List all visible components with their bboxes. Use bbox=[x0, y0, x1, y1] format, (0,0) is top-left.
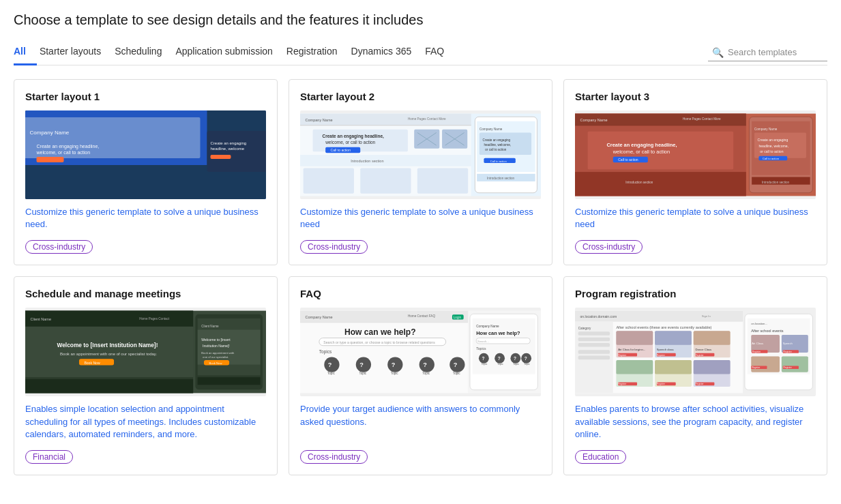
svg-text:Register: Register bbox=[618, 383, 627, 386]
search-box[interactable]: 🔍 bbox=[708, 44, 827, 61]
search-input[interactable] bbox=[728, 47, 823, 57]
svg-text:?: ? bbox=[498, 356, 501, 361]
card-tag: Cross-industry bbox=[300, 240, 368, 254]
svg-text:Book Now: Book Now bbox=[209, 361, 222, 365]
svg-text:Welcome to [Insert: Welcome to [Insert bbox=[201, 338, 231, 342]
tab-starter[interactable]: Starter layouts bbox=[37, 40, 112, 65]
svg-rect-41 bbox=[360, 168, 411, 194]
svg-text:Sign In: Sign In bbox=[702, 314, 711, 318]
svg-rect-99 bbox=[198, 378, 261, 385]
tab-dynamics[interactable]: Dynamics 365 bbox=[349, 40, 423, 65]
card-thumbnail: Company Name Home Contact FAQ Login How … bbox=[300, 308, 541, 396]
svg-text:Create an engaging: Create an engaging bbox=[758, 138, 788, 142]
card-description: Customize this generic template to solve… bbox=[575, 206, 816, 231]
svg-text:or call to action: or call to action bbox=[760, 149, 783, 153]
svg-text:Book an appointment with one o: Book an appointment with one of our spec… bbox=[60, 352, 157, 356]
svg-rect-199 bbox=[751, 357, 780, 372]
svg-text:Create an engaging headline,: Create an engaging headline, bbox=[201, 134, 251, 138]
svg-text:After school events: After school events bbox=[751, 329, 784, 333]
svg-rect-166 bbox=[655, 331, 692, 345]
card-thumbnail: Company Name Home Pages Contact More Cre… bbox=[300, 110, 541, 199]
svg-text:How can we help?: How can we help? bbox=[476, 330, 520, 336]
svg-text:Topic: Topic bbox=[391, 372, 398, 375]
svg-text:Topic: Topic bbox=[513, 364, 519, 366]
svg-text:Client Name: Client Name bbox=[30, 318, 51, 322]
svg-rect-14 bbox=[198, 128, 259, 175]
card-title: Program registration bbox=[575, 288, 816, 299]
svg-text:Book Now: Book Now bbox=[84, 361, 100, 365]
svg-text:Register: Register bbox=[784, 351, 793, 353]
card-description: Enables simple location selection and ap… bbox=[25, 403, 266, 441]
svg-text:Call to action: Call to action bbox=[331, 148, 351, 152]
svg-text:Home  Pages  Contact  More Ite: Home Pages Contact More Items bbox=[152, 119, 199, 122]
svg-text:on.location.domain.com: on.location.domain.com bbox=[580, 314, 617, 318]
svg-text:Company Name: Company Name bbox=[476, 325, 499, 328]
svg-rect-156 bbox=[578, 343, 610, 347]
svg-text:Topic: Topic bbox=[524, 364, 530, 366]
svg-rect-202 bbox=[782, 357, 808, 372]
card-thumbnail: Client Name Home Pages Contact Welcome t… bbox=[25, 308, 266, 396]
tab-faq[interactable]: FAQ bbox=[422, 40, 455, 65]
svg-text:?: ? bbox=[454, 362, 458, 369]
svg-text:Call to action: Call to action bbox=[71, 155, 93, 159]
svg-rect-5 bbox=[30, 128, 188, 128]
svg-text:Dance Class: Dance Class bbox=[696, 349, 712, 352]
svg-text:Register: Register bbox=[696, 383, 705, 386]
svg-text:Home  Pages  Contact  More: Home Pages Contact More bbox=[408, 117, 446, 121]
svg-text:Topic: Topic bbox=[453, 372, 460, 375]
svg-rect-59 bbox=[575, 125, 746, 125]
svg-rect-1 bbox=[25, 114, 193, 183]
svg-text:welcome, or call to action: welcome, or call to action bbox=[325, 140, 375, 145]
svg-text:Art Class for beginn...: Art Class for beginn... bbox=[618, 349, 645, 352]
svg-rect-88 bbox=[25, 379, 193, 393]
svg-text:?: ? bbox=[328, 362, 332, 369]
svg-text:Introduction section: Introduction section bbox=[487, 177, 515, 180]
svg-text:Company Name: Company Name bbox=[754, 128, 778, 131]
svg-text:After school events (these are: After school events (these are events cu… bbox=[616, 325, 711, 329]
svg-text:Introduction section: Introduction section bbox=[31, 172, 59, 175]
svg-text:How can we help?: How can we help? bbox=[344, 327, 416, 337]
card-tag: Cross-industry bbox=[300, 450, 368, 464]
svg-text:?: ? bbox=[525, 356, 527, 361]
svg-rect-161 bbox=[616, 331, 653, 345]
svg-text:Create an engaging: Create an engaging bbox=[483, 138, 511, 142]
svg-rect-157 bbox=[578, 351, 610, 355]
svg-text:Topic: Topic bbox=[497, 364, 503, 366]
svg-rect-0 bbox=[25, 114, 266, 196]
svg-text:one of our specialist.: one of our specialist. bbox=[203, 356, 228, 359]
svg-rect-154 bbox=[578, 332, 610, 336]
svg-text:Company Name: Company Name bbox=[35, 121, 62, 125]
tab-all[interactable]: All bbox=[14, 40, 37, 65]
svg-rect-184 bbox=[694, 360, 731, 374]
tab-scheduling[interactable]: Scheduling bbox=[112, 40, 173, 65]
svg-text:Register: Register bbox=[657, 354, 666, 357]
svg-text:Call to action: Call to action bbox=[763, 157, 780, 160]
svg-text:Login: Login bbox=[454, 316, 462, 319]
svg-rect-107 bbox=[300, 323, 468, 323]
svg-rect-158 bbox=[578, 356, 610, 360]
svg-text:?: ? bbox=[514, 356, 516, 361]
card-starter2: Starter layout 2 Company Name Home Pages… bbox=[289, 79, 552, 265]
card-tag: Cross-industry bbox=[25, 240, 93, 254]
svg-text:headline, welcome,: headline, welcome, bbox=[484, 143, 511, 147]
svg-rect-8 bbox=[66, 153, 98, 159]
page-title: Choose a template to see design details … bbox=[14, 12, 827, 28]
svg-text:Call to action: Call to action bbox=[490, 160, 507, 163]
tab-application[interactable]: Application submission bbox=[173, 40, 283, 65]
svg-text:?: ? bbox=[392, 362, 396, 369]
search-icon: 🔍 bbox=[712, 47, 724, 58]
svg-text:Introduction section: Introduction section bbox=[762, 181, 790, 184]
svg-text:Topics: Topics bbox=[476, 347, 486, 351]
svg-text:?: ? bbox=[359, 362, 364, 369]
svg-text:Speech: Speech bbox=[783, 342, 793, 345]
svg-rect-38 bbox=[300, 155, 471, 166]
tab-registration[interactable]: Registration bbox=[284, 40, 349, 65]
card-tag: Cross-industry bbox=[575, 240, 643, 254]
svg-rect-180 bbox=[655, 360, 692, 374]
nav-tabs: All Starter layouts Scheduling Applicati… bbox=[14, 40, 708, 65]
svg-rect-26 bbox=[300, 125, 471, 125]
svg-text:Home  Contact  FAQ: Home Contact FAQ bbox=[408, 314, 436, 318]
svg-rect-176 bbox=[616, 360, 653, 374]
svg-text:Topic: Topic bbox=[482, 364, 488, 366]
svg-rect-151 bbox=[575, 321, 743, 322]
